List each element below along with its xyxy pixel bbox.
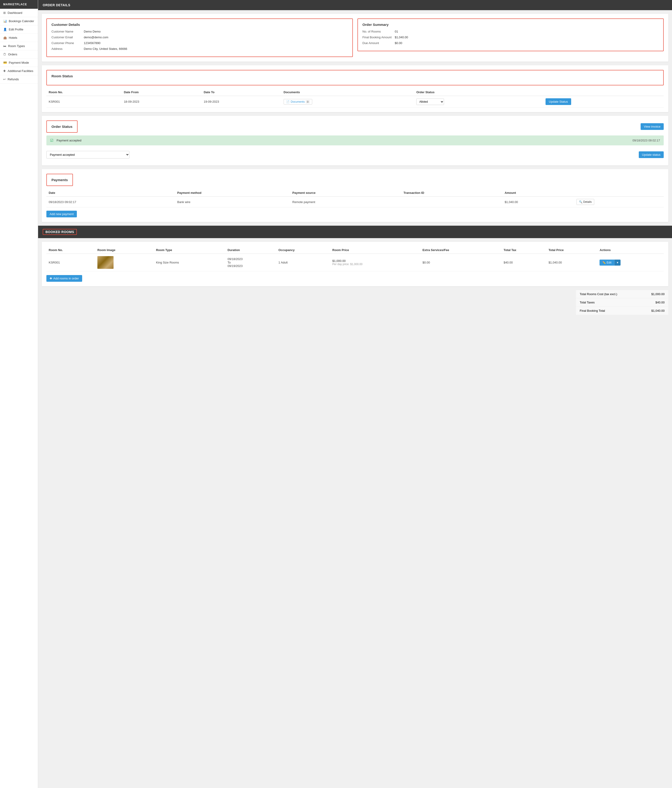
col-room-type: Room Type xyxy=(154,246,225,254)
user-icon: 👤 xyxy=(3,28,7,31)
sidebar-item-edit-profile[interactable]: 👤 Edit Profile xyxy=(0,25,38,34)
add-payment-button[interactable]: Add new payment xyxy=(46,211,77,218)
total-taxes-label: Total Taxes xyxy=(580,301,595,304)
main-content: ORDER DETAILS Customer Details Customer … xyxy=(38,0,672,788)
customer-address-label: Address xyxy=(51,47,84,51)
transaction-id-cell xyxy=(401,197,502,207)
update-status-cell: Update Status xyxy=(543,96,664,108)
room-status-header-row: Room No. Date From Date To Documents Ord… xyxy=(46,89,664,96)
total-rooms-cost-row: Total Rooms Cost (tax excl.) $1,000.00 xyxy=(576,290,668,299)
add-rooms-button[interactable]: ✚ Add rooms in order xyxy=(46,275,82,282)
sidebar-item-dashboard[interactable]: ⊞ Dashboard xyxy=(0,9,38,17)
room-status-box: Room Status xyxy=(46,70,664,85)
update-order-status-button[interactable]: Update status xyxy=(639,151,664,158)
extra-services-cell: $0.00 xyxy=(420,254,501,272)
hotel-icon: 🏨 xyxy=(3,36,7,40)
date-to-cell: 19-09-2023 xyxy=(202,96,281,108)
customer-phone-value: 1234567890 xyxy=(84,41,100,45)
order-status-inner: Order Status View invoice ☑ Payment acce… xyxy=(42,116,668,165)
sidebar-item-label: Additional Facilities xyxy=(8,69,33,73)
sidebar-item-orders[interactable]: 🗒 Orders xyxy=(0,50,38,59)
booked-rooms-card: Room No. Room Image Room Type Duration O… xyxy=(42,242,668,286)
col-payment-source: Payment source xyxy=(290,189,401,197)
edit-dropdown-button[interactable]: ▼ xyxy=(614,260,621,265)
col-date-from: Date From xyxy=(122,89,202,96)
payment-amount-cell: $1,040.00 xyxy=(502,197,574,207)
col-amount: Amount xyxy=(502,189,574,197)
alloted-status-select[interactable]: Alloted Pending Cancelled xyxy=(416,98,444,105)
sidebar: MARKETPLACE ⊞ Dashboard 📊 Bookings Calen… xyxy=(0,0,38,788)
room-price-per-day: Per day price: $1,000.00 xyxy=(332,262,418,266)
update-status-button[interactable]: Update Status xyxy=(545,98,571,105)
room-status-card: Room Status Room No. Date From Date To D… xyxy=(42,65,668,112)
customer-address-row: Address Demo City, United States, 66666 xyxy=(51,47,348,51)
details-cell: 🔍 Details xyxy=(574,197,664,207)
total-tax-cell: $40.00 xyxy=(501,254,546,272)
final-amount-label: Final Booking Amount xyxy=(362,35,395,39)
customer-phone-row: Customer Phone 1234567890 xyxy=(51,41,348,45)
documents-badge[interactable]: 📄 Documents 0 xyxy=(284,99,312,105)
duration-text: 09/18/2023 To 09/19/2023 xyxy=(227,257,243,268)
edit-button[interactable]: ✏️ Edit xyxy=(599,260,614,265)
final-booking-total-value: $1,040.00 xyxy=(651,309,665,313)
order-status-select[interactable]: Payment acceptedPendingCancelled xyxy=(46,151,129,159)
total-rooms-cost-label: Total Rooms Cost (tax excl.) xyxy=(580,292,617,296)
sidebar-item-label: Edit Profile xyxy=(9,28,23,31)
final-amount-row: Final Booking Amount $1,040.00 xyxy=(362,35,659,39)
due-amount-label: Due Amount xyxy=(362,41,395,45)
sidebar-item-payment-mode[interactable]: 💳 Payment Mode xyxy=(0,59,38,67)
col-details xyxy=(574,189,664,197)
col-payment-method: Payment method xyxy=(175,189,290,197)
sidebar-item-label: Hotels xyxy=(9,36,17,40)
order-summary-col: Order Summary No. of Rooms 01 Final Book… xyxy=(357,19,664,57)
payments-inner: Payments Date Payment method Payment sou… xyxy=(42,169,668,222)
sidebar-item-additional-facilities[interactable]: ✚ Additional Facilities xyxy=(0,67,38,75)
sidebar-item-hotels[interactable]: 🏨 Hotels xyxy=(0,34,38,42)
sidebar-item-room-types[interactable]: 🛏 Room Types xyxy=(0,42,38,50)
final-booking-total-label: Final Booking Total xyxy=(580,309,605,313)
add-rooms-wrap: ✚ Add rooms in order xyxy=(46,275,664,282)
duration-cell: 09/18/2023 To 09/19/2023 xyxy=(225,254,276,272)
add-payment-wrap: Add new payment xyxy=(46,211,664,218)
sidebar-item-refunds[interactable]: ↩ Refunds xyxy=(0,75,38,84)
occupancy-cell: 1 Adult xyxy=(276,254,330,272)
table-row: KSR001 King Size Rooms 09/18/2023 To 09/… xyxy=(46,254,664,272)
sidebar-item-bookings-calender[interactable]: 📊 Bookings Calender xyxy=(0,17,38,25)
customer-email-label: Customer Email xyxy=(51,35,84,39)
add-rooms-label: Add rooms in order xyxy=(53,276,79,280)
customer-name-label: Customer Name xyxy=(51,30,84,33)
orders-icon: 🗒 xyxy=(3,52,6,56)
dashboard-icon: ⊞ xyxy=(3,11,6,14)
col-total-price: Total Price xyxy=(546,246,597,254)
two-col-layout: Customer Details Customer Name Demo Demo… xyxy=(46,19,664,57)
col-room-no: Room No. xyxy=(46,89,122,96)
booked-rooms-header: BOOKED ROOMS xyxy=(38,226,672,238)
details-label: Details xyxy=(583,200,592,203)
col-extra-services: Extra Services/Fee xyxy=(420,246,501,254)
doc-label: Documents xyxy=(291,100,305,103)
doc-icon: 📄 xyxy=(286,100,290,103)
calendar-icon: 📊 xyxy=(3,19,7,23)
col-total-tax: Total Tax xyxy=(501,246,546,254)
payment-accepted-date: 09/18/2023 09:02:17 xyxy=(632,139,660,142)
final-amount-value: $1,040.00 xyxy=(395,35,408,39)
col-transaction-id: Transaction ID xyxy=(401,189,502,197)
order-summary-box: Order Summary No. of Rooms 01 Final Book… xyxy=(357,19,664,51)
edit-label: Edit xyxy=(607,261,612,264)
customer-order-inner: Customer Details Customer Name Demo Demo… xyxy=(42,14,668,62)
customer-email-row: Customer Email demo@demo.com xyxy=(51,35,348,39)
room-status-inner: Room Status Room No. Date From Date To D… xyxy=(42,65,668,112)
col-action xyxy=(543,89,664,96)
sidebar-item-label: Orders xyxy=(8,52,17,56)
due-amount-value: $0.00 xyxy=(395,41,402,45)
col-room-price: Room Price xyxy=(330,246,420,254)
order-status-title-box: Order Status xyxy=(46,121,78,133)
order-status-card: Order Status View invoice ☑ Payment acce… xyxy=(42,116,668,165)
num-rooms-label: No. of Rooms xyxy=(362,30,395,33)
view-invoice-button[interactable]: View invoice xyxy=(640,123,664,130)
details-button[interactable]: 🔍 Details xyxy=(577,199,594,205)
bed-icon: 🛏 xyxy=(3,44,6,48)
room-status-table: Room No. Date From Date To Documents Ord… xyxy=(46,89,664,108)
payment-source-cell: Remote payment xyxy=(290,197,401,207)
booked-room-no: KSR001 xyxy=(46,254,95,272)
